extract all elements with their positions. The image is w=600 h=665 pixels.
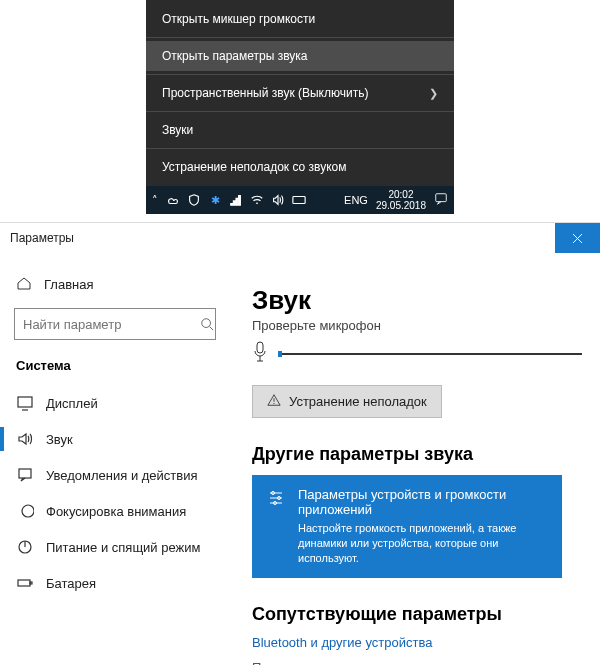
- button-label: Устранение неполадок: [289, 394, 427, 409]
- nav-battery[interactable]: Батарея: [14, 565, 228, 601]
- sidebar: Главная Система Дисплей Звук Уведомления…: [0, 253, 228, 665]
- nav-label: Звук: [46, 432, 73, 447]
- language-indicator[interactable]: ENG: [344, 194, 368, 206]
- ctx-label: Открыть параметры звука: [162, 49, 307, 63]
- app-volume-callout[interactable]: Параметры устройств и громкости приложен…: [252, 475, 562, 578]
- titlebar: Параметры: [0, 223, 600, 253]
- battery-icon: [16, 574, 34, 592]
- taskbar-popup-region: Открыть микшер громкости Открыть парамет…: [146, 0, 454, 214]
- svg-point-6: [202, 319, 211, 328]
- microphone-icon: [252, 341, 268, 367]
- tray-icons: ✱: [166, 193, 306, 207]
- svg-rect-13: [18, 580, 30, 586]
- home-link[interactable]: Главная: [16, 275, 228, 294]
- sliders-icon: [266, 487, 286, 566]
- search-input[interactable]: [15, 317, 199, 332]
- search-box[interactable]: [14, 308, 216, 340]
- taskbar: ˄ ✱ ENG 20:02 29.05.2018: [146, 186, 454, 214]
- action-center-icon[interactable]: [434, 192, 448, 208]
- ctx-label: Устранение неполадок со звуком: [162, 160, 347, 174]
- chevron-right-icon: ❯: [429, 87, 438, 100]
- ctx-label: Открыть микшер громкости: [162, 12, 315, 26]
- window-title: Параметры: [10, 231, 74, 245]
- clock-time: 20:02: [376, 189, 426, 200]
- nav-focus[interactable]: Фокусировка внимания: [14, 493, 228, 529]
- svg-rect-15: [257, 342, 263, 353]
- sound-icon: [16, 430, 34, 448]
- notifications-icon: [16, 466, 34, 484]
- mic-level-bar: [278, 353, 582, 355]
- svg-rect-10: [19, 469, 31, 478]
- svg-rect-3: [529, 234, 537, 242]
- search-icon: [199, 317, 215, 331]
- caption-buttons: [465, 223, 600, 253]
- wifi-icon[interactable]: [250, 193, 264, 207]
- home-icon: [16, 275, 32, 294]
- other-params-heading: Другие параметры звука: [252, 444, 582, 465]
- callout-desc: Настройте громкость приложений, а также …: [298, 521, 548, 566]
- nav-power[interactable]: Питание и спящий режим: [14, 529, 228, 565]
- troubleshoot-button[interactable]: Устранение неполадок: [252, 385, 442, 418]
- svg-rect-0: [293, 197, 305, 204]
- svg-rect-14: [30, 582, 32, 584]
- link-bluetooth[interactable]: Bluetooth и другие устройства: [252, 635, 582, 650]
- section-heading: Система: [16, 358, 228, 373]
- maximize-button[interactable]: [510, 223, 555, 253]
- minimize-button[interactable]: [465, 223, 510, 253]
- settings-window: Параметры Главная Система Дисплей: [0, 222, 600, 665]
- onedrive-icon[interactable]: [166, 193, 180, 207]
- svg-line-7: [210, 327, 214, 331]
- mic-level-row: [252, 341, 582, 367]
- chevron-up-icon[interactable]: ˄: [152, 194, 158, 207]
- nav-label: Уведомления и действия: [46, 468, 198, 483]
- ctx-label: Звуки: [162, 123, 193, 137]
- nav-label: Батарея: [46, 576, 96, 591]
- bluetooth-icon[interactable]: ✱: [208, 193, 222, 207]
- separator: [146, 37, 454, 38]
- nav-label: Дисплей: [46, 396, 98, 411]
- separator: [146, 111, 454, 112]
- page-title: Звук: [252, 285, 582, 316]
- svg-point-17: [273, 403, 274, 404]
- warning-icon: [267, 393, 281, 410]
- nav-display[interactable]: Дисплей: [14, 385, 228, 421]
- ctx-troubleshoot[interactable]: Устранение неполадок со звуком: [146, 152, 454, 182]
- home-label: Главная: [44, 277, 93, 292]
- power-icon: [16, 538, 34, 556]
- callout-title: Параметры устройств и громкости приложен…: [298, 487, 548, 517]
- content-pane: Звук Проверьте микрофон Устранение непол…: [228, 253, 600, 665]
- related-heading: Сопутствующие параметры: [252, 604, 582, 625]
- ctx-open-mixer[interactable]: Открыть микшер громкости: [146, 4, 454, 34]
- ctx-sounds[interactable]: Звуки: [146, 115, 454, 145]
- ctx-spatial-sound[interactable]: Пространственный звук (Выключить)❯: [146, 78, 454, 108]
- mic-check-label: Проверьте микрофон: [252, 318, 582, 333]
- defender-icon[interactable]: [187, 193, 201, 207]
- nav-label: Фокусировка внимания: [46, 504, 186, 519]
- volume-icon[interactable]: [271, 193, 285, 207]
- link-sound-control-panel[interactable]: Панель управления звуком: [252, 660, 582, 665]
- nav-label: Питание и спящий режим: [46, 540, 200, 555]
- nav-sound[interactable]: Звук: [14, 421, 228, 457]
- close-button[interactable]: [555, 223, 600, 253]
- network-icon[interactable]: [229, 193, 243, 207]
- nav-notifications[interactable]: Уведомления и действия: [14, 457, 228, 493]
- ctx-open-sound-settings[interactable]: Открыть параметры звука: [146, 41, 454, 71]
- keyboard-icon[interactable]: [292, 193, 306, 207]
- display-icon: [16, 394, 34, 412]
- sound-context-menu: Открыть микшер громкости Открыть парамет…: [146, 0, 454, 186]
- separator: [146, 74, 454, 75]
- separator: [146, 148, 454, 149]
- clock-date: 29.05.2018: [376, 200, 426, 211]
- svg-rect-8: [18, 397, 32, 407]
- clock[interactable]: 20:02 29.05.2018: [376, 189, 426, 211]
- svg-rect-1: [436, 194, 447, 202]
- ctx-label: Пространственный звук (Выключить): [162, 86, 368, 100]
- focus-icon: [16, 502, 34, 520]
